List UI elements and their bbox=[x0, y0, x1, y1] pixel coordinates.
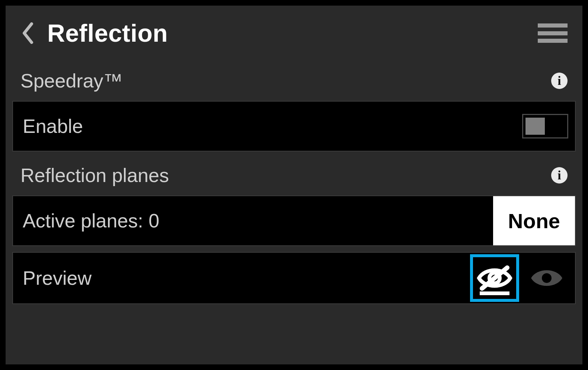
toggle-knob bbox=[525, 118, 545, 135]
panel-header: Reflection bbox=[6, 6, 582, 61]
svg-point-2 bbox=[542, 273, 552, 283]
info-icon[interactable]: i bbox=[551, 167, 568, 184]
back-button[interactable] bbox=[20, 22, 35, 45]
preview-row: Preview bbox=[12, 252, 576, 304]
panel-title: Reflection bbox=[47, 19, 168, 47]
preview-controls bbox=[470, 254, 571, 302]
planes-label: Reflection planes bbox=[20, 164, 169, 186]
planes-section-header: Reflection planes i bbox=[6, 155, 582, 195]
hamburger-icon bbox=[538, 31, 568, 35]
planes-none-button[interactable]: None bbox=[493, 196, 575, 245]
info-icon[interactable]: i bbox=[551, 73, 568, 89]
menu-button[interactable] bbox=[538, 23, 568, 44]
preview-label: Preview bbox=[23, 267, 92, 289]
hamburger-icon bbox=[538, 23, 568, 28]
speedray-label: Speedray™ bbox=[20, 70, 123, 92]
enable-toggle[interactable] bbox=[522, 114, 568, 138]
speedray-section-header: Speedray™ i bbox=[6, 61, 582, 101]
preview-hidden-button[interactable] bbox=[470, 254, 519, 302]
header-left: Reflection bbox=[20, 19, 168, 47]
preview-visible-button[interactable] bbox=[522, 254, 571, 302]
chevron-left-icon bbox=[21, 22, 34, 44]
eye-off-icon bbox=[477, 265, 512, 291]
eye-icon bbox=[529, 265, 565, 291]
active-planes-row: Active planes: 0 None bbox=[12, 195, 576, 246]
enable-row: Enable bbox=[12, 101, 576, 151]
hamburger-icon bbox=[538, 39, 568, 43]
reflection-panel: Reflection Speedray™ i Enable Reflection… bbox=[4, 4, 584, 366]
active-planes-label: Active planes: 0 bbox=[23, 210, 159, 232]
enable-label: Enable bbox=[23, 115, 83, 137]
